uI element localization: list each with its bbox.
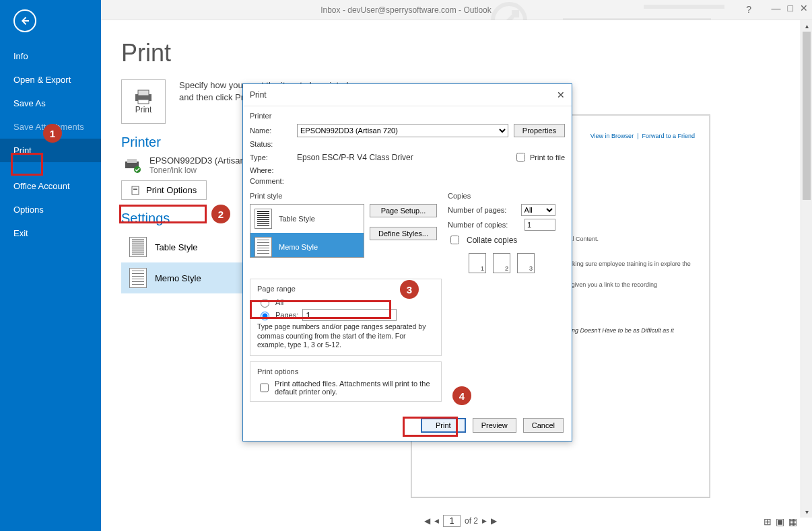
type-value: Epson ESC/P-R V4 Class Driver — [297, 153, 413, 162]
restore-button[interactable]: □ — [788, 3, 793, 13]
svg-rect-9 — [133, 188, 137, 188]
dialog-close-button[interactable]: ✕ — [557, 90, 565, 100]
page-next-outer[interactable]: ▶ — [491, 516, 497, 526]
scroll-down-arrow[interactable]: ▾ — [801, 506, 812, 518]
dialog-preview-button[interactable]: Preview — [473, 418, 516, 433]
callout-box-2 — [119, 205, 207, 223]
printer-group-label: Printer — [250, 112, 565, 120]
svg-rect-3 — [138, 90, 149, 96]
sidebar-item-open-export[interactable]: Open & Export — [0, 68, 101, 92]
num-copies-input[interactable] — [525, 219, 555, 231]
status-label: Status: — [250, 140, 292, 148]
where-label: Where: — [250, 166, 292, 174]
callout-badge-4: 4 — [452, 386, 471, 405]
style-table-option[interactable]: Table Style — [121, 232, 256, 262]
sidebar-item-info[interactable]: Info — [0, 44, 101, 68]
print-big-button-label: Print — [135, 105, 152, 114]
scroll-up-arrow[interactable]: ▴ — [801, 20, 812, 32]
svg-rect-4 — [138, 100, 149, 104]
actual-size-icon[interactable]: ⊞ — [764, 516, 772, 527]
vertical-scrollbar[interactable]: ▴ ▾ — [801, 20, 812, 518]
dialog-cancel-button[interactable]: Cancel — [523, 418, 564, 433]
one-page-icon[interactable]: ▣ — [776, 516, 784, 527]
backstage-sidebar: Info Open & Export Save As Save Attachme… — [0, 0, 101, 531]
print-style-label: Print style — [250, 192, 437, 200]
print-to-file-label: Print to file — [530, 153, 565, 162]
close-window-button[interactable]: ✕ — [800, 3, 808, 13]
collate-checkbox[interactable] — [450, 236, 459, 244]
num-pages-label: Number of pages: — [448, 206, 516, 214]
style-table-label: Table Style — [155, 242, 198, 252]
callout-box-3 — [250, 300, 391, 319]
preview-view-browser-link: View in Browser — [590, 133, 634, 139]
svg-rect-6 — [127, 159, 137, 163]
title-bar: Inbox - devUser@sperrysoftware.com - Out… — [0, 0, 812, 20]
comment-label: Comment: — [250, 177, 292, 185]
num-copies-label: Number of copies: — [448, 221, 519, 229]
page-setup-button[interactable]: Page Setup... — [370, 204, 437, 217]
thumb-memo-icon — [129, 268, 147, 288]
print-big-button[interactable]: Print — [121, 79, 166, 124]
print-to-file-checkbox[interactable] — [516, 153, 525, 162]
printer-name-select[interactable]: EPSON992DD3 (Artisan 720) — [297, 124, 508, 137]
callout-badge-1: 1 — [43, 124, 62, 143]
page-prev-outer[interactable]: ◀ — [424, 516, 430, 526]
printer-icon — [133, 89, 154, 105]
print-attached-label: Print attached files. Attachments will p… — [275, 380, 434, 396]
scroll-thumb[interactable] — [803, 32, 811, 200]
printer-name-label: Name: — [250, 127, 292, 135]
thumb-table-icon — [255, 209, 272, 229]
callout-badge-3: 3 — [400, 280, 419, 299]
sidebar-item-options[interactable]: Options — [0, 198, 101, 221]
style-option-memo[interactable]: Memo Style — [250, 233, 364, 258]
page-prev[interactable]: ◀ — [434, 518, 439, 524]
preview-forward-link: Forward to a Friend — [642, 133, 695, 139]
collate-label: Collate copies — [467, 236, 517, 245]
sidebar-item-save-as[interactable]: Save As — [0, 92, 101, 115]
printer-status-icon — [124, 157, 143, 174]
page-title: Print — [121, 39, 812, 67]
type-label: Type: — [250, 153, 292, 162]
page-of-label: of 2 — [465, 516, 478, 526]
num-pages-select[interactable]: All — [521, 204, 555, 216]
style-option-table[interactable]: Table Style — [250, 205, 364, 233]
sidebar-item-office-account[interactable]: Office Account — [0, 174, 101, 198]
svg-rect-8 — [132, 186, 139, 194]
collate-illustration: 123 — [448, 253, 555, 273]
callout-box-1 — [11, 153, 43, 176]
back-button[interactable] — [13, 9, 36, 32]
printer-properties-button[interactable]: Properties — [514, 124, 565, 137]
page-next[interactable]: ▶ — [482, 518, 487, 524]
print-options-icon — [131, 186, 141, 195]
page-range-hint: Type page numbers and/or page ranges sep… — [257, 322, 434, 350]
multi-page-icon[interactable]: ▦ — [788, 516, 797, 527]
minimize-button[interactable]: — — [772, 3, 781, 13]
thumb-memo-icon — [255, 237, 272, 257]
callout-badge-2: 2 — [211, 205, 230, 223]
style-memo-label: Memo Style — [155, 273, 201, 283]
sidebar-item-exit[interactable]: Exit — [0, 221, 101, 245]
page-number-input[interactable] — [443, 515, 461, 527]
thumb-table-icon — [129, 237, 147, 257]
dialog-title: Print — [250, 90, 267, 100]
style-memo-option[interactable]: Memo Style — [121, 262, 256, 293]
callout-box-4 — [403, 417, 458, 437]
print-options-label: Print Options — [146, 185, 197, 195]
print-attached-checkbox[interactable] — [260, 382, 269, 394]
define-styles-button[interactable]: Define Styles... — [370, 227, 437, 240]
help-icon[interactable]: ? — [746, 4, 751, 15]
print-style-list[interactable]: Table Style Memo Style — [250, 204, 364, 258]
print-options-button[interactable]: Print Options — [121, 180, 207, 200]
svg-rect-10 — [133, 189, 137, 190]
copies-label: Copies — [448, 192, 555, 200]
print-options-group-label: Print options — [257, 367, 434, 376]
print-dialog: Print ✕ Printer Name: EPSON992DD3 (Artis… — [242, 83, 572, 441]
page-navigator: ◀ ◀ of 2 ▶ ▶ — [424, 515, 497, 527]
